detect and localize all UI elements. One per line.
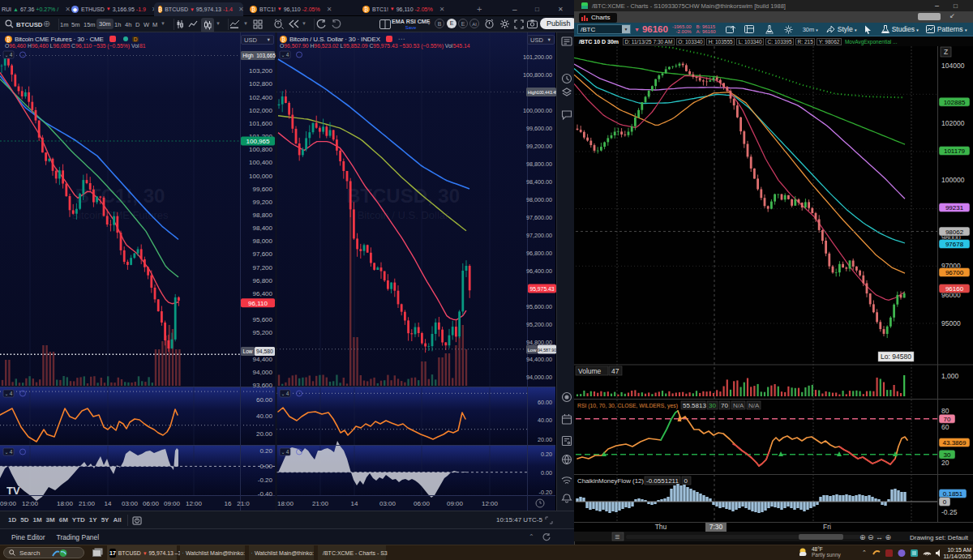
svg-text:Fri: Fri [823, 523, 831, 531]
svg-text:0.20: 0.20 [541, 451, 552, 458]
svg-text:4: 4 [10, 52, 13, 58]
svg-text:96,800.00: 96,800.00 [526, 250, 552, 257]
svg-text:Lo: 94580: Lo: 94580 [881, 353, 911, 361]
svg-text:⌄: ⌄ [4, 391, 8, 396]
svg-text:100,443.49: 100,443.49 [537, 90, 556, 95]
svg-text:BTCUSD, 30: BTCUSD, 30 [346, 185, 460, 207]
svg-text:99,600: 99,600 [253, 186, 273, 193]
svg-text:ChaikinMoneyFlow (12): ChaikinMoneyFlow (12) [577, 477, 644, 485]
svg-text:03:00: 03:00 [379, 500, 396, 507]
svg-text:101,600: 101,600 [249, 120, 272, 127]
svg-text:21:00: 21:00 [79, 500, 96, 507]
svg-text:14: 14 [351, 500, 358, 507]
svg-text:03:00: 03:00 [122, 500, 139, 507]
svg-text:21:0: 21:0 [237, 500, 250, 507]
svg-text:09:00: 09:00 [0, 500, 17, 507]
svg-text:99,200.00: 99,200.00 [526, 143, 552, 150]
svg-text:-0.20: -0.20 [539, 489, 552, 496]
svg-text:97,200: 97,200 [253, 264, 273, 271]
svg-text:60.00: 60.00 [538, 399, 552, 406]
svg-text:-0.40: -0.40 [258, 490, 273, 498]
svg-text:94,587.90: 94,587.90 [538, 348, 556, 353]
svg-text:70: 70 [944, 416, 951, 423]
svg-text:94,400.00: 94,400.00 [526, 356, 552, 363]
svg-text:0.00: 0.00 [259, 463, 272, 470]
svg-text:⌄: ⌄ [4, 450, 8, 455]
svg-text:0.1851: 0.1851 [943, 490, 963, 498]
svg-text:97,200.00: 97,200.00 [526, 232, 552, 239]
svg-text:96,400.00: 96,400.00 [526, 267, 552, 275]
svg-text:4: 4 [286, 52, 289, 58]
svg-text:7:30: 7:30 [709, 523, 723, 531]
svg-text:96,400: 96,400 [253, 290, 273, 297]
svg-text:N/A: N/A [733, 402, 744, 409]
svg-text:-0.25: -0.25 [941, 508, 958, 516]
svg-text:⌄: ⌄ [4, 53, 8, 58]
svg-text:98,400.00: 98,400.00 [526, 178, 552, 186]
svg-text:98,800.00: 98,800.00 [526, 160, 552, 168]
svg-text:14: 14 [105, 500, 112, 507]
svg-text:⌄: ⌄ [281, 450, 285, 455]
svg-text:60.00: 60.00 [256, 396, 273, 404]
svg-text:103,200: 103,200 [249, 67, 272, 75]
svg-text:Z: Z [944, 48, 948, 56]
svg-text:100000: 100000 [941, 176, 965, 184]
svg-text:100,800.00: 100,800.00 [523, 71, 552, 79]
svg-text:16: 16 [225, 500, 232, 507]
svg-text:TV: TV [6, 485, 20, 497]
svg-text:0: 0 [684, 477, 688, 485]
svg-text:☰: ☰ [615, 534, 619, 540]
svg-text:60: 60 [941, 423, 949, 431]
svg-text:102,800: 102,800 [249, 80, 272, 88]
svg-text:-0.0551211: -0.0551211 [646, 477, 679, 485]
svg-text:97,600.00: 97,600.00 [526, 214, 552, 221]
svg-text:20: 20 [941, 459, 949, 467]
svg-text:⌄: ⌄ [281, 53, 285, 58]
svg-text:103,665: 103,665 [256, 53, 276, 58]
svg-text:06:00: 06:00 [143, 500, 160, 507]
svg-text:55.5813: 55.5813 [683, 402, 706, 409]
svg-text:4: 4 [286, 391, 289, 396]
svg-text:Bitcoin CME Futures: Bitcoin CME Futures [71, 209, 169, 221]
svg-text:Bitcoin / U.S. Dollar: Bitcoin / U.S. Dollar [358, 209, 449, 221]
svg-text:95,200: 95,200 [253, 329, 273, 336]
svg-text:95,975.43: 95,975.43 [529, 286, 554, 292]
svg-text:RSI (10, 70, 30, CLOSE, WILDER: RSI (10, 70, 30, CLOSE, WILDERS, yes) [577, 403, 678, 409]
svg-text:96700: 96700 [945, 269, 964, 276]
svg-text:102,400: 102,400 [249, 94, 272, 101]
svg-text:101,200.00: 101,200.00 [523, 53, 552, 61]
svg-text:40.00: 40.00 [256, 413, 273, 420]
svg-text:95,200.00: 95,200.00 [526, 321, 552, 328]
svg-text:0.00: 0.00 [541, 469, 552, 477]
svg-text:30: 30 [709, 402, 716, 409]
svg-text:09:00: 09:00 [164, 500, 181, 507]
svg-text:104000: 104000 [941, 62, 965, 70]
svg-text:4: 4 [10, 449, 13, 455]
svg-text:Thu: Thu [655, 523, 667, 531]
svg-text:High: High [528, 90, 538, 95]
svg-text:70: 70 [721, 402, 728, 409]
svg-text:94,800.00: 94,800.00 [526, 339, 552, 346]
svg-text:0.20: 0.20 [259, 447, 272, 455]
svg-text:98,000: 98,000 [253, 237, 273, 245]
svg-text:Low: Low [243, 348, 253, 354]
svg-text:N/A: N/A [748, 402, 760, 409]
svg-text:96,800: 96,800 [253, 277, 273, 284]
svg-text:94,000: 94,000 [253, 369, 273, 376]
svg-text:40.00: 40.00 [538, 417, 552, 424]
svg-text:80: 80 [941, 407, 949, 415]
svg-text:95000: 95000 [941, 319, 961, 327]
svg-text:Low: Low [527, 348, 537, 353]
svg-text:20.00: 20.00 [256, 430, 273, 438]
svg-text:95,600: 95,600 [253, 316, 273, 323]
svg-text:1,000: 1,000 [941, 372, 959, 380]
svg-text:94,400: 94,400 [253, 356, 273, 363]
svg-text:4: 4 [10, 391, 13, 396]
svg-text:100,400: 100,400 [249, 159, 272, 166]
svg-text:Drawing set: Default: Drawing set: Default [910, 534, 969, 541]
svg-text:93,600: 93,600 [253, 382, 273, 389]
svg-text:High: High [242, 53, 254, 59]
svg-text:98062: 98062 [945, 229, 964, 236]
svg-text:20.00: 20.00 [538, 436, 552, 443]
svg-text:12:00: 12:00 [186, 500, 203, 507]
